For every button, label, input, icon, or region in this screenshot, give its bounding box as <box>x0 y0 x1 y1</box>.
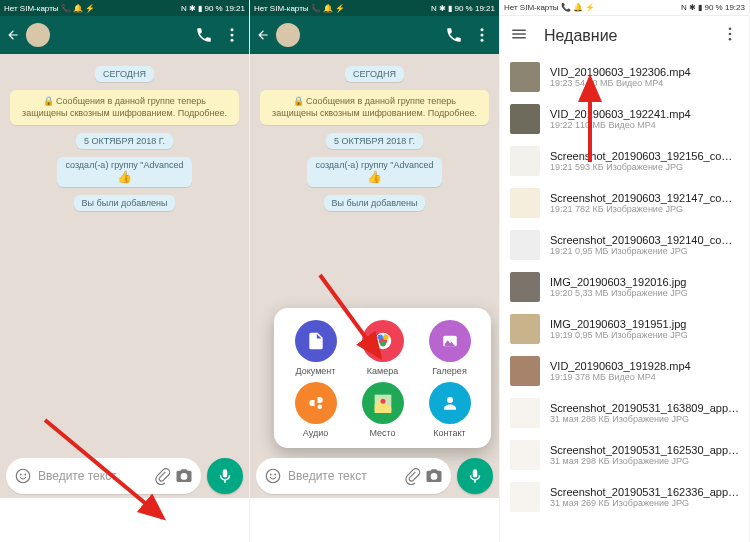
svg-point-23 <box>729 33 732 36</box>
svg-point-8 <box>481 39 484 42</box>
file-meta: 19:21 593 КБ Изображение JPG <box>550 162 739 172</box>
picker-title: Недавние <box>544 27 618 45</box>
file-thumb <box>510 188 540 218</box>
avatar[interactable] <box>276 23 300 47</box>
svg-point-13 <box>380 341 386 347</box>
encryption-notice[interactable]: 🔒Сообщения в данной группе теперь защище… <box>260 90 489 125</box>
date-label: 5 ОКТЯБРЯ 2018 Г. <box>326 133 423 149</box>
file-name: Screenshot_20190531_163809_app… <box>550 402 739 414</box>
call-icon[interactable] <box>193 24 215 46</box>
back-icon[interactable] <box>256 28 270 42</box>
file-item[interactable]: Screenshot_20190603_192156_com…19:21 593… <box>500 140 749 182</box>
file-item[interactable]: IMG_20190603_191951.jpg19:19 0,95 МБ Изо… <box>500 308 749 350</box>
message-placeholder: Введите текст <box>284 469 401 483</box>
file-thumb <box>510 62 540 92</box>
svg-point-22 <box>729 27 732 30</box>
emoji-icon[interactable] <box>12 465 34 487</box>
file-thumb <box>510 356 540 386</box>
screen-file-picker: Нет SIM-карты 📞 🔔 ⚡ N ✱ ▮ 90 % 19:23 Нед… <box>500 0 750 542</box>
screen-whatsapp-chat: Нет SIM-карты 📞 🔔 ⚡ N ✱ ▮ 90 % 19:21 СЕГ… <box>0 0 250 542</box>
hamburger-icon[interactable] <box>510 25 528 47</box>
file-thumb <box>510 146 540 176</box>
file-item[interactable]: Screenshot_20190603_192140_com…19:21 0,9… <box>500 224 749 266</box>
attach-audio[interactable]: Аудио <box>284 382 347 438</box>
file-meta: 19:19 378 МБ Видео MP4 <box>550 372 739 382</box>
attach-camera[interactable]: Камера <box>351 320 414 376</box>
file-meta: 19:19 0,95 МБ Изображение JPG <box>550 330 739 340</box>
date-label: 5 ОКТЯБРЯ 2018 Г. <box>76 133 173 149</box>
svg-point-7 <box>481 34 484 37</box>
file-thumb <box>510 482 540 512</box>
menu-icon[interactable] <box>221 24 243 46</box>
svg-point-18 <box>447 397 453 403</box>
file-thumb <box>510 272 540 302</box>
camera-icon[interactable] <box>423 465 445 487</box>
svg-point-11 <box>377 335 383 341</box>
attach-document[interactable]: Документ <box>284 320 347 376</box>
file-item[interactable]: Screenshot_20190531_162530_app…31 мая 29… <box>500 434 749 476</box>
chat-area: СЕГОДНЯ 🔒Сообщения в данной группе тепер… <box>250 54 499 498</box>
date-today: СЕГОДНЯ <box>345 66 404 82</box>
attach-location[interactable]: Место <box>351 382 414 438</box>
svg-point-15 <box>317 405 322 410</box>
emoji-icon[interactable] <box>262 465 284 487</box>
chat-header <box>0 16 249 54</box>
encryption-notice[interactable]: 🔒Сообщения в данной группе теперь защище… <box>10 90 239 125</box>
camera-icon[interactable] <box>173 465 195 487</box>
svg-point-12 <box>383 335 389 341</box>
file-meta: 31 мая 298 КБ Изображение JPG <box>550 456 739 466</box>
file-item[interactable]: VID_20190603_192306.mp419:23 54,50 МБ Ви… <box>500 56 749 98</box>
picker-header: Недавние <box>500 16 749 56</box>
call-icon[interactable] <box>443 24 465 46</box>
message-field[interactable]: Введите текст <box>256 458 451 494</box>
file-thumb <box>510 104 540 134</box>
file-meta: 31 мая 269 КБ Изображение JPG <box>550 498 739 508</box>
menu-icon[interactable] <box>471 24 493 46</box>
chat-header <box>250 16 499 54</box>
file-item[interactable]: IMG_20190603_192016.jpg19:20 5,33 МБ Изо… <box>500 266 749 308</box>
chat-area: СЕГОДНЯ 🔒Сообщения в данной группе тепер… <box>0 54 249 498</box>
file-item[interactable]: Screenshot_20190531_162336_app…31 мая 26… <box>500 476 749 518</box>
file-item[interactable]: Screenshot_20190603_192147_com…19:21 782… <box>500 182 749 224</box>
input-bar: Введите текст <box>0 454 249 498</box>
status-bar: Нет SIM-карты 📞 🔔 ⚡ N ✱ ▮ 90 % 19:21 <box>250 0 499 16</box>
mic-button[interactable] <box>457 458 493 494</box>
message-field[interactable]: Введите текст <box>6 458 201 494</box>
you-added: Вы были добавлены <box>324 195 426 211</box>
file-item[interactable]: Screenshot_20190531_163809_app…31 мая 28… <box>500 392 749 434</box>
group-created: создал(-а) группу "Advanced 👍 <box>57 157 191 187</box>
file-list[interactable]: VID_20190603_192306.mp419:23 54,50 МБ Ви… <box>500 56 749 542</box>
message-placeholder: Введите текст <box>34 469 151 483</box>
svg-point-21 <box>274 474 276 476</box>
svg-point-20 <box>270 474 272 476</box>
attach-gallery[interactable]: Галерея <box>418 320 481 376</box>
file-name: VID_20190603_192241.mp4 <box>550 108 739 120</box>
svg-point-2 <box>231 39 234 42</box>
svg-point-17 <box>380 399 385 404</box>
file-meta: 19:22 110 МБ Видео MP4 <box>550 120 739 130</box>
file-meta: 31 мая 288 КБ Изображение JPG <box>550 414 739 424</box>
svg-point-24 <box>729 38 732 41</box>
svg-point-6 <box>481 28 484 31</box>
file-item[interactable]: VID_20190603_191928.mp419:19 378 МБ Виде… <box>500 350 749 392</box>
file-name: VID_20190603_192306.mp4 <box>550 66 739 78</box>
file-name: Screenshot_20190531_162530_app… <box>550 444 739 456</box>
attach-icon[interactable] <box>151 465 173 487</box>
attach-icon[interactable] <box>401 465 423 487</box>
attachment-panel: Документ Камера Галерея Аудио Место Конт… <box>274 308 491 448</box>
svg-point-0 <box>231 28 234 31</box>
file-item[interactable]: VID_20190603_192241.mp419:22 110 МБ Виде… <box>500 98 749 140</box>
file-name: Screenshot_20190531_162336_app… <box>550 486 739 498</box>
group-created: создал(-а) группу "Advanced 👍 <box>307 157 441 187</box>
file-name: Screenshot_20190603_192147_com… <box>550 192 739 204</box>
file-thumb <box>510 398 540 428</box>
mic-button[interactable] <box>207 458 243 494</box>
file-name: VID_20190603_191928.mp4 <box>550 360 739 372</box>
attach-contact[interactable]: Контакт <box>418 382 481 438</box>
input-bar: Введите текст <box>250 454 499 498</box>
menu-icon[interactable] <box>721 25 739 47</box>
back-icon[interactable] <box>6 28 20 42</box>
status-bar: Нет SIM-карты 📞 🔔 ⚡ N ✱ ▮ 90 % 19:21 <box>0 0 249 16</box>
avatar[interactable] <box>26 23 50 47</box>
file-meta: 19:21 0,95 МБ Изображение JPG <box>550 246 739 256</box>
